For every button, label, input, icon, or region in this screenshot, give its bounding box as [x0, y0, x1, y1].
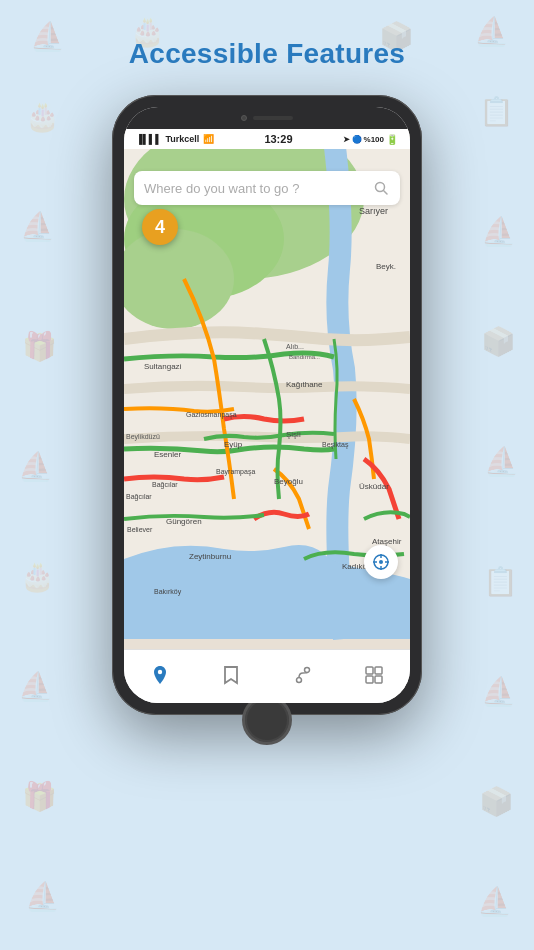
- svg-rect-41: [366, 676, 373, 683]
- search-bar[interactable]: Where do you want to go ?: [134, 171, 400, 205]
- svg-text:Believer: Believer: [127, 526, 153, 533]
- svg-rect-40: [375, 667, 382, 674]
- signal-bars: ▐▌▌▌: [136, 134, 162, 144]
- carrier-name: Turkcell: [166, 134, 200, 144]
- phone-camera: [241, 115, 247, 121]
- svg-point-31: [379, 560, 383, 564]
- status-right: ➤ 🔵 %100 🔋: [343, 134, 398, 145]
- nav-item-route[interactable]: [267, 650, 339, 699]
- svg-text:Gaziosmanpaşa: Gaziosmanpaşa: [186, 411, 237, 419]
- battery-text: %100: [364, 135, 384, 144]
- svg-text:Bağcılar: Bağcılar: [152, 481, 178, 489]
- status-time: 13:29: [264, 133, 292, 145]
- status-carrier: ▐▌▌▌ Turkcell 📶: [136, 134, 214, 144]
- status-bar: ▐▌▌▌ Turkcell 📶 13:29 ➤ 🔵 %100 🔋: [124, 129, 410, 149]
- deco-icon-19: ⛵: [25, 880, 60, 913]
- nav-item-bookmark[interactable]: [196, 650, 268, 699]
- nav-item-grid[interactable]: [339, 650, 411, 699]
- svg-text:Bağcılar: Bağcılar: [126, 493, 152, 501]
- wifi-icon: 📶: [203, 134, 214, 144]
- svg-text:Üsküdar: Üsküdar: [359, 482, 389, 491]
- deco-icon-20: ⛵: [477, 885, 512, 918]
- deco-icon-17: 🎁: [22, 780, 57, 813]
- deco-icon-9: 🎁: [22, 330, 57, 363]
- deco-icon-8: ⛵: [481, 215, 516, 248]
- nav-item-location[interactable]: [124, 650, 196, 699]
- svg-text:Beyk.: Beyk.: [376, 262, 396, 271]
- deco-icon-16: ⛵: [481, 675, 516, 708]
- svg-text:Zeytinburnu: Zeytinburnu: [189, 552, 231, 561]
- battery-icon: 🔋: [386, 134, 398, 145]
- phone-frame: ▐▌▌▌ Turkcell 📶 13:29 ➤ 🔵 %100 🔋: [112, 95, 422, 715]
- svg-text:Beylikdüzü: Beylikdüzü: [126, 433, 160, 441]
- deco-icon-5: 🎂: [25, 100, 60, 133]
- svg-text:Sultangazi: Sultangazi: [144, 362, 182, 371]
- svg-text:Sarıyer: Sarıyer: [359, 206, 388, 216]
- phone-speaker: [253, 116, 293, 120]
- page-title: Accessible Features: [0, 38, 534, 70]
- svg-text:Eyüp: Eyüp: [224, 440, 243, 449]
- bluetooth-icon: 🔵: [352, 135, 362, 144]
- deco-icon-14: 📋: [483, 565, 518, 598]
- svg-text:Beşiktaş: Beşiktaş: [322, 441, 349, 449]
- search-icon: [372, 179, 390, 197]
- svg-rect-42: [375, 676, 382, 683]
- svg-point-37: [296, 677, 301, 682]
- svg-point-36: [158, 669, 162, 673]
- location-badge: 4: [142, 209, 178, 245]
- svg-point-38: [304, 667, 309, 672]
- svg-text:Alıb...: Alıb...: [286, 343, 304, 350]
- search-placeholder: Where do you want to go ?: [144, 181, 372, 196]
- bottom-nav: [124, 649, 410, 703]
- svg-text:Bayrampaşa: Bayrampaşa: [216, 468, 255, 476]
- deco-icon-15: ⛵: [18, 670, 53, 703]
- crosshair-button[interactable]: [364, 545, 398, 579]
- phone-top-bar: [124, 107, 410, 129]
- svg-text:Kağıthane: Kağıthane: [286, 380, 323, 389]
- svg-line-29: [384, 191, 388, 195]
- deco-icon-18: 📦: [479, 785, 514, 818]
- svg-text:Şişli: Şişli: [286, 430, 301, 439]
- deco-icon-11: ⛵: [18, 450, 53, 483]
- svg-text:Esenler: Esenler: [154, 450, 181, 459]
- location-arrow-icon: ➤: [343, 135, 350, 144]
- deco-icon-6: 📋: [479, 95, 514, 128]
- svg-text:Beyoğlu: Beyoğlu: [274, 477, 303, 486]
- svg-text:Bakırköy: Bakırköy: [154, 588, 182, 596]
- deco-icon-10: 📦: [481, 325, 516, 358]
- deco-icon-13: 🎂: [20, 560, 55, 593]
- svg-text:Güngören: Güngören: [166, 517, 202, 526]
- deco-icon-7: ⛵: [20, 210, 55, 243]
- map-area[interactable]: Sarıyer Beyk. Sultangazi Gaziosmanpaşa K…: [124, 129, 410, 649]
- svg-rect-39: [366, 667, 373, 674]
- deco-icon-12: ⛵: [484, 445, 519, 478]
- phone-screen: ▐▌▌▌ Turkcell 📶 13:29 ➤ 🔵 %100 🔋: [124, 107, 410, 703]
- svg-text:Bandırma...: Bandırma...: [289, 354, 320, 360]
